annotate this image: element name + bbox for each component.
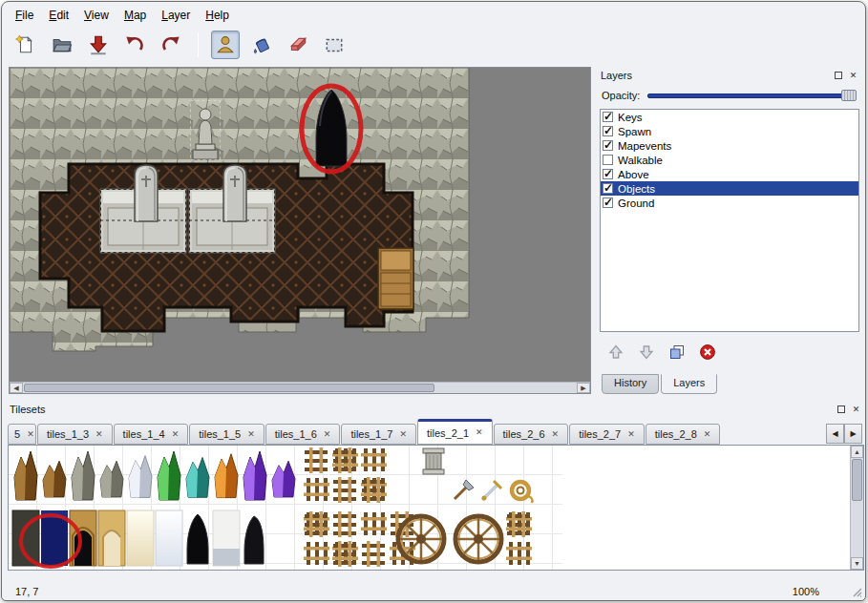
tileset-tab[interactable]: tiles_2_8 ✕ (646, 424, 721, 445)
layer-visibility-checkbox[interactable] (603, 112, 613, 122)
layer-visibility-checkbox[interactable] (603, 126, 613, 136)
white-tile[interactable] (156, 510, 182, 566)
tab-close-icon[interactable]: ✕ (172, 430, 180, 439)
tileset-vertical-scrollbar[interactable]: ▲ ▼ (850, 446, 863, 570)
layer-row[interactable]: Ground (601, 196, 858, 210)
tab-close-icon[interactable]: ✕ (324, 430, 331, 439)
tab-close-icon[interactable]: ✕ (704, 430, 711, 439)
delete-layer-button[interactable] (697, 342, 718, 363)
door-frame-tile[interactable] (98, 510, 125, 566)
menu-help[interactable]: Help (198, 7, 237, 24)
tab-close-icon[interactable]: ✕ (399, 430, 407, 439)
menubar: File Edit View Map Layer Help (8, 6, 237, 25)
layer-row[interactable]: Above (601, 167, 858, 181)
layer-visibility-checkbox[interactable] (603, 169, 613, 179)
duplicate-layer-button[interactable] (667, 342, 688, 363)
dock-close-button[interactable]: ✕ (847, 70, 859, 82)
move-layer-up-button[interactable] (605, 342, 626, 363)
delete-icon (699, 343, 716, 361)
tileset-tab[interactable]: tiles_2_1 ✕ (417, 419, 493, 445)
tileset-view: ▲ ▼ (8, 445, 864, 571)
new-map-button[interactable] (11, 31, 40, 59)
tab-close-icon[interactable]: ✕ (476, 428, 483, 437)
tileset-tab[interactable]: tiles_1_3 ✕ (37, 424, 113, 445)
map-view[interactable]: ◀ ▶ (9, 67, 591, 394)
fill-tool-button[interactable] (247, 31, 276, 59)
map-horizontal-scrollbar[interactable]: ◀ ▶ (10, 382, 590, 393)
tilesets-dock: Tilesets ✕ 5 ✕ tiles_1_3 ✕ tiles_1_4 ✕ t… (6, 402, 866, 586)
pale-tile[interactable] (213, 510, 240, 566)
layer-visibility-checkbox[interactable] (603, 183, 613, 194)
scroll-down-arrow-icon[interactable]: ▼ (851, 557, 863, 570)
layer-row[interactable]: Walkable (601, 153, 858, 167)
scroll-up-arrow-icon[interactable]: ▲ (851, 446, 863, 458)
scroll-right-arrow-icon[interactable]: ▶ (577, 383, 590, 393)
tilesets-panel-title: Tilesets (10, 404, 46, 415)
tileset-tab[interactable]: tiles_2_7 ✕ (569, 424, 645, 445)
tileset-tab-label: tiles_1_5 (199, 428, 241, 440)
stamp-tool-button[interactable] (211, 31, 240, 59)
save-map-button[interactable] (84, 31, 113, 59)
layers-panel-tab[interactable]: History (602, 374, 659, 394)
layers-panel-tab[interactable]: Layers (661, 374, 717, 394)
dock-float-button[interactable] (832, 70, 844, 82)
tileset-tab-label: tiles_2_7 (579, 428, 621, 440)
menu-edit[interactable]: Edit (41, 7, 76, 24)
scroll-track[interactable] (23, 383, 577, 393)
layer-row[interactable]: Keys (601, 110, 858, 124)
layer-name: Walkable (618, 155, 663, 166)
tab-scroll-left-icon[interactable]: ◀ (826, 424, 844, 444)
tileset-tab[interactable]: tiles_2_6 ✕ (494, 424, 569, 445)
tileset-tab[interactable]: tiles_1_7 ✕ (341, 424, 416, 445)
resize-grip[interactable] (850, 585, 862, 597)
tileset-tab[interactable]: 5 ✕ (8, 424, 36, 445)
scroll-left-arrow-icon[interactable]: ◀ (10, 383, 23, 393)
layer-row[interactable]: Mapevents (601, 138, 858, 153)
menu-view[interactable]: View (76, 7, 116, 24)
tab-close-icon[interactable]: ✕ (95, 430, 103, 439)
tileset-tab[interactable]: tiles_1_4 ✕ (114, 424, 189, 445)
open-map-button[interactable] (48, 31, 76, 59)
map-editor-window: File Edit View Map Layer Help (1, 1, 866, 601)
map-canvas[interactable] (10, 68, 590, 382)
opacity-slider[interactable] (647, 89, 857, 102)
layer-name: Objects (618, 183, 655, 195)
tileset-canvas[interactable] (9, 446, 850, 570)
layer-name: Mapevents (618, 140, 671, 152)
eraser-tool-button[interactable] (284, 31, 312, 59)
menu-map[interactable]: Map (116, 7, 154, 24)
layer-visibility-checkbox[interactable] (603, 198, 613, 208)
layer-visibility-checkbox[interactable] (603, 155, 613, 165)
tab-close-icon[interactable]: ✕ (247, 430, 255, 439)
tab-scroll-buttons: ◀ ▶ (826, 424, 862, 444)
tab-close-icon[interactable]: ✕ (27, 430, 34, 439)
layer-name: Keys (618, 112, 643, 123)
slider-handle[interactable] (841, 90, 857, 101)
layer-row[interactable]: Spawn (601, 124, 858, 138)
tab-close-icon[interactable]: ✕ (627, 430, 635, 439)
selection-rectangle-icon (324, 34, 345, 55)
redo-button[interactable] (157, 31, 185, 59)
scroll-track[interactable] (851, 458, 863, 557)
tileset-tab[interactable]: tiles_1_5 ✕ (189, 424, 265, 445)
dock-float-button[interactable] (835, 404, 847, 416)
scroll-thumb[interactable] (852, 459, 862, 501)
rect-select-tool-button[interactable] (320, 31, 349, 59)
scroll-thumb[interactable] (24, 384, 434, 392)
layer-visibility-checkbox[interactable] (603, 140, 613, 151)
tab-close-icon[interactable]: ✕ (552, 430, 560, 439)
menu-layer[interactable]: Layer (154, 7, 198, 24)
save-download-icon (88, 34, 109, 55)
dock-close-button[interactable]: ✕ (850, 404, 862, 416)
cream-tile[interactable] (127, 510, 154, 566)
tileset-tab[interactable]: tiles_1_6 ✕ (265, 424, 341, 445)
move-layer-down-button[interactable] (636, 342, 657, 363)
menu-file[interactable]: File (8, 7, 41, 24)
tab-scroll-right-icon[interactable]: ▶ (844, 424, 862, 444)
undo-button[interactable] (120, 31, 149, 59)
close-icon: ✕ (850, 71, 857, 80)
layers-dock-tabs: History Layers (602, 374, 719, 394)
layer-buttons (605, 342, 718, 363)
layer-row[interactable]: Objects (601, 181, 858, 196)
tileset-tab-label: 5 (14, 428, 20, 440)
